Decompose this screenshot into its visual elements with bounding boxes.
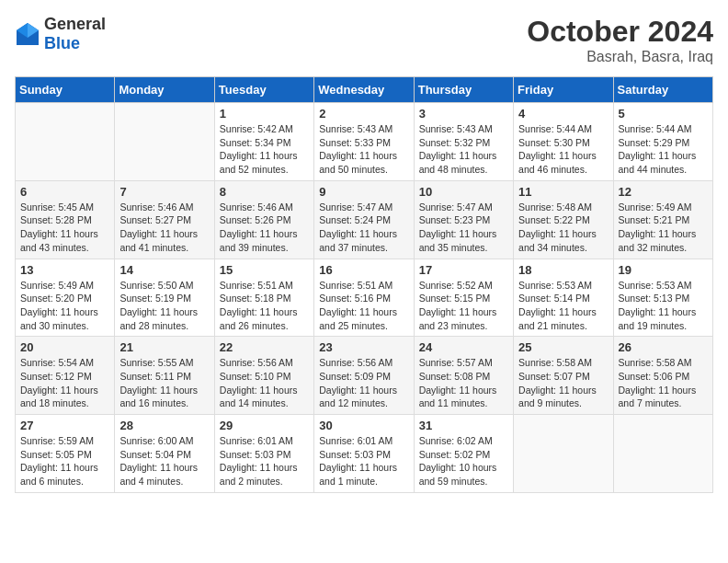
- cell-content: Sunrise: 6:02 AMSunset: 5:02 PMDaylight:…: [419, 434, 508, 488]
- cell-content: Sunrise: 6:01 AMSunset: 5:03 PMDaylight:…: [319, 434, 408, 488]
- calendar-week-row: 27Sunrise: 5:59 AMSunset: 5:05 PMDayligh…: [16, 415, 713, 493]
- cell-content: Sunrise: 5:44 AMSunset: 5:30 PMDaylight:…: [518, 122, 608, 177]
- cell-content: Sunrise: 5:47 AMSunset: 5:23 PMDaylight:…: [419, 201, 508, 255]
- calendar-cell: 29Sunrise: 6:01 AMSunset: 5:03 PMDayligh…: [214, 415, 313, 493]
- header-row: SundayMondayTuesdayWednesdayThursdayFrid…: [16, 77, 713, 103]
- calendar-cell: 26Sunrise: 5:58 AMSunset: 5:06 PMDayligh…: [613, 337, 712, 415]
- day-number: 15: [220, 263, 309, 277]
- cell-content: Sunrise: 6:00 AMSunset: 5:04 PMDaylight:…: [119, 434, 209, 488]
- calendar-week-row: 1Sunrise: 5:42 AMSunset: 5:34 PMDaylight…: [16, 103, 713, 181]
- calendar-cell: 18Sunrise: 5:53 AMSunset: 5:14 PMDayligh…: [514, 259, 613, 337]
- cell-content: Sunrise: 5:45 AMSunset: 5:28 PMDaylight:…: [20, 201, 109, 255]
- weekday-header: Tuesday: [214, 77, 313, 103]
- calendar-header: SundayMondayTuesdayWednesdayThursdayFrid…: [16, 77, 713, 103]
- calendar-cell: 2Sunrise: 5:43 AMSunset: 5:33 PMDaylight…: [314, 103, 414, 181]
- day-number: 4: [518, 107, 608, 121]
- day-number: 23: [319, 340, 408, 354]
- cell-content: Sunrise: 5:54 AMSunset: 5:12 PMDaylight:…: [20, 356, 109, 410]
- day-number: 7: [119, 185, 209, 199]
- calendar-cell: 5Sunrise: 5:44 AMSunset: 5:29 PMDaylight…: [613, 103, 712, 181]
- cell-content: Sunrise: 5:52 AMSunset: 5:15 PMDaylight:…: [419, 279, 508, 333]
- calendar-cell: 20Sunrise: 5:54 AMSunset: 5:12 PMDayligh…: [16, 337, 115, 415]
- day-number: 5: [619, 107, 708, 121]
- cell-content: Sunrise: 5:43 AMSunset: 5:33 PMDaylight:…: [319, 122, 408, 177]
- calendar-week-row: 20Sunrise: 5:54 AMSunset: 5:12 PMDayligh…: [16, 337, 713, 415]
- day-number: 9: [319, 185, 408, 199]
- cell-content: Sunrise: 5:50 AMSunset: 5:19 PMDaylight:…: [119, 279, 209, 333]
- cell-content: Sunrise: 5:53 AMSunset: 5:13 PMDaylight:…: [619, 279, 708, 333]
- calendar-cell: 9Sunrise: 5:47 AMSunset: 5:24 PMDaylight…: [314, 180, 414, 259]
- cell-content: Sunrise: 5:42 AMSunset: 5:34 PMDaylight:…: [220, 122, 309, 177]
- cell-content: Sunrise: 5:57 AMSunset: 5:08 PMDaylight:…: [419, 356, 508, 410]
- calendar-week-row: 13Sunrise: 5:49 AMSunset: 5:20 PMDayligh…: [16, 259, 713, 337]
- day-number: 22: [220, 340, 309, 354]
- day-number: 17: [419, 263, 508, 277]
- day-number: 20: [20, 340, 109, 354]
- day-number: 27: [20, 419, 109, 432]
- calendar-cell: [115, 103, 214, 181]
- day-number: 19: [619, 263, 708, 277]
- logo-icon: [15, 21, 40, 47]
- calendar-cell: 10Sunrise: 5:47 AMSunset: 5:23 PMDayligh…: [414, 180, 513, 259]
- calendar-cell: 12Sunrise: 5:49 AMSunset: 5:21 PMDayligh…: [613, 180, 712, 259]
- day-number: 26: [619, 340, 708, 354]
- cell-content: Sunrise: 5:47 AMSunset: 5:24 PMDaylight:…: [319, 201, 408, 255]
- cell-content: Sunrise: 5:58 AMSunset: 5:06 PMDaylight:…: [619, 356, 708, 410]
- day-number: 16: [319, 263, 408, 277]
- calendar-cell: 8Sunrise: 5:46 AMSunset: 5:26 PMDaylight…: [214, 180, 313, 259]
- calendar-cell: 11Sunrise: 5:48 AMSunset: 5:22 PMDayligh…: [514, 180, 613, 259]
- calendar-cell: 27Sunrise: 5:59 AMSunset: 5:05 PMDayligh…: [16, 415, 115, 493]
- weekday-header: Sunday: [16, 77, 115, 103]
- calendar-cell: 16Sunrise: 5:51 AMSunset: 5:16 PMDayligh…: [314, 259, 414, 337]
- weekday-header: Thursday: [414, 77, 513, 103]
- day-number: 18: [518, 263, 608, 277]
- weekday-header: Monday: [115, 77, 214, 103]
- day-number: 25: [518, 340, 608, 354]
- weekday-header: Saturday: [613, 77, 712, 103]
- location-title: Basrah, Basra, Iraq: [527, 49, 713, 65]
- day-number: 28: [119, 419, 209, 432]
- page-header: General Blue October 2024 Basrah, Basra,…: [15, 15, 713, 65]
- cell-content: Sunrise: 5:49 AMSunset: 5:21 PMDaylight:…: [619, 201, 708, 255]
- calendar-cell: 25Sunrise: 5:58 AMSunset: 5:07 PMDayligh…: [514, 337, 613, 415]
- cell-content: Sunrise: 5:51 AMSunset: 5:18 PMDaylight:…: [220, 279, 309, 333]
- calendar-table: SundayMondayTuesdayWednesdayThursdayFrid…: [15, 76, 713, 493]
- day-number: 30: [319, 419, 408, 432]
- day-number: 3: [419, 107, 508, 121]
- cell-content: Sunrise: 5:53 AMSunset: 5:14 PMDaylight:…: [518, 279, 608, 333]
- day-number: 31: [419, 419, 508, 432]
- day-number: 24: [419, 340, 508, 354]
- day-number: 2: [319, 107, 408, 121]
- calendar-cell: [16, 103, 115, 181]
- day-number: 11: [518, 185, 608, 199]
- cell-content: Sunrise: 5:56 AMSunset: 5:10 PMDaylight:…: [220, 356, 309, 410]
- month-title: October 2024: [527, 15, 713, 49]
- day-number: 29: [220, 419, 309, 432]
- day-number: 1: [220, 107, 309, 121]
- logo-text: General Blue: [44, 15, 106, 53]
- cell-content: Sunrise: 5:58 AMSunset: 5:07 PMDaylight:…: [518, 356, 608, 410]
- calendar-cell: 30Sunrise: 6:01 AMSunset: 5:03 PMDayligh…: [314, 415, 414, 493]
- calendar-cell: 21Sunrise: 5:55 AMSunset: 5:11 PMDayligh…: [115, 337, 214, 415]
- calendar-cell: 1Sunrise: 5:42 AMSunset: 5:34 PMDaylight…: [214, 103, 313, 181]
- calendar-cell: 24Sunrise: 5:57 AMSunset: 5:08 PMDayligh…: [414, 337, 513, 415]
- calendar-cell: 28Sunrise: 6:00 AMSunset: 5:04 PMDayligh…: [115, 415, 214, 493]
- cell-content: Sunrise: 5:46 AMSunset: 5:26 PMDaylight:…: [220, 201, 309, 255]
- calendar-cell: [613, 415, 712, 493]
- cell-content: Sunrise: 5:56 AMSunset: 5:09 PMDaylight:…: [319, 356, 408, 410]
- weekday-header: Wednesday: [314, 77, 414, 103]
- calendar-cell: 4Sunrise: 5:44 AMSunset: 5:30 PMDaylight…: [514, 103, 613, 181]
- logo-blue: Blue: [44, 34, 80, 52]
- cell-content: Sunrise: 5:48 AMSunset: 5:22 PMDaylight:…: [518, 201, 608, 255]
- calendar-cell: 23Sunrise: 5:56 AMSunset: 5:09 PMDayligh…: [314, 337, 414, 415]
- calendar-cell: [514, 415, 613, 493]
- calendar-cell: 6Sunrise: 5:45 AMSunset: 5:28 PMDaylight…: [16, 180, 115, 259]
- calendar-cell: 13Sunrise: 5:49 AMSunset: 5:20 PMDayligh…: [16, 259, 115, 337]
- calendar-cell: 15Sunrise: 5:51 AMSunset: 5:18 PMDayligh…: [214, 259, 313, 337]
- weekday-header: Friday: [514, 77, 613, 103]
- cell-content: Sunrise: 5:55 AMSunset: 5:11 PMDaylight:…: [119, 356, 209, 410]
- calendar-cell: 22Sunrise: 5:56 AMSunset: 5:10 PMDayligh…: [214, 337, 313, 415]
- cell-content: Sunrise: 5:51 AMSunset: 5:16 PMDaylight:…: [319, 279, 408, 333]
- cell-content: Sunrise: 5:59 AMSunset: 5:05 PMDaylight:…: [20, 434, 109, 488]
- day-number: 12: [619, 185, 708, 199]
